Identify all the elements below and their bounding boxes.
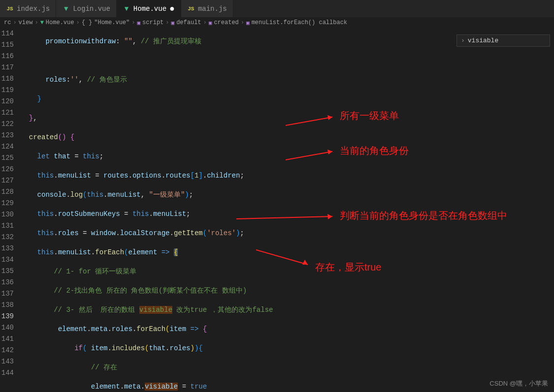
tab-login-vue[interactable]: ▼Login.vue <box>56 0 117 17</box>
code-area[interactable]: promotionwithdraw: "", // 推广员提现审核 roles:… <box>21 28 554 391</box>
breadcrumb-item[interactable]: default <box>176 19 201 26</box>
watermark: CSDN @嘿，小苹果 <box>489 379 548 388</box>
brace-icon: { } <box>82 19 93 26</box>
breadcrumb-item[interactable]: "Home.vue" <box>94 19 130 26</box>
line-gutter: 1141151161171181191201211221231241251261… <box>0 28 21 391</box>
breadcrumb-item[interactable]: rc <box>4 19 11 26</box>
cube-icon: ▣ <box>137 20 140 26</box>
cube-icon: ▣ <box>209 20 212 26</box>
tab-home-vue[interactable]: ▼Home.vue● <box>117 0 181 17</box>
tab-main-js[interactable]: JSmain.js <box>181 0 233 17</box>
breadcrumb-item[interactable]: menuList.forEach() callback <box>252 19 347 26</box>
vue-icon: ▼ <box>123 5 130 13</box>
breadcrumb-item[interactable]: script <box>142 19 163 26</box>
vue-icon: ▼ <box>62 5 70 13</box>
cube-icon: ▣ <box>246 20 250 26</box>
cube-icon: ▣ <box>171 20 175 26</box>
js-icon: JS <box>187 5 195 13</box>
vue-icon: ▼ <box>40 19 44 26</box>
breadcrumb: rc› view› ▼Home.vue› { }"Home.vue"› ▣scr… <box>0 17 554 28</box>
js-icon: JS <box>6 5 14 13</box>
breadcrumb-item[interactable]: created <box>214 19 238 26</box>
tab-bar: JSindex.js ▼Login.vue ▼Home.vue● JSmain.… <box>0 0 554 17</box>
code-editor[interactable]: 1141151161171181191201211221231241251261… <box>0 28 554 391</box>
tab-index-js[interactable]: JSindex.js <box>0 0 56 17</box>
breadcrumb-item[interactable]: Home.vue <box>46 19 74 26</box>
breadcrumb-item[interactable]: view <box>19 19 33 26</box>
